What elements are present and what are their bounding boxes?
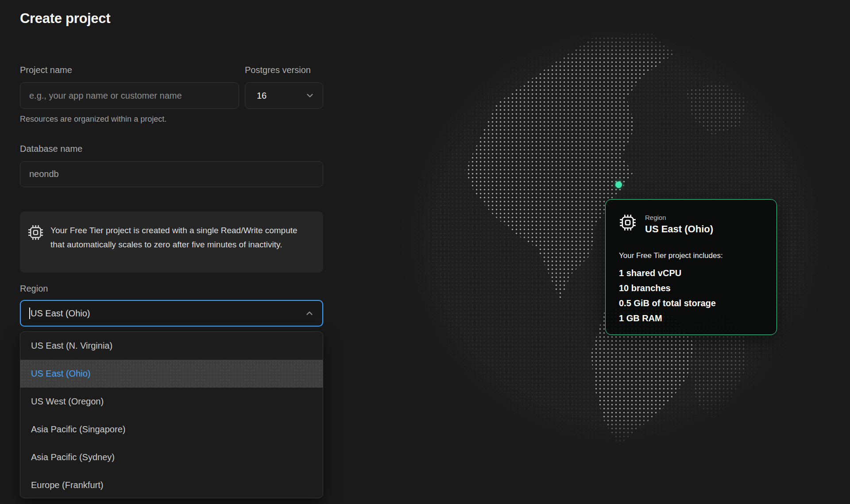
chevron-down-icon <box>305 91 315 100</box>
region-option-label: US West (Oregon) <box>31 396 104 407</box>
tooltip-include-text: 10 branches <box>619 283 671 293</box>
region-location-marker[interactable] <box>615 181 622 188</box>
region-tooltip-card: Region US East (Ohio) Your Free Tier pro… <box>605 199 777 335</box>
region-option[interactable]: US East (Ohio) <box>20 360 323 388</box>
database-name-input[interactable] <box>20 161 323 187</box>
postgres-version-value: 16 <box>257 91 267 101</box>
region-option-label: Europe (Frankfurt) <box>31 480 103 490</box>
tooltip-include-item: 1 GB RAM <box>619 311 764 326</box>
postgres-version-label: Postgres version <box>245 65 311 75</box>
project-name-helper: Resources are organized within a project… <box>20 115 166 124</box>
region-combobox[interactable]: US East (Ohio) <box>20 300 323 327</box>
tooltip-include-item: 1 shared vCPU <box>619 265 764 281</box>
tooltip-include-text: 1 shared vCPU <box>619 268 681 278</box>
region-option[interactable]: US East (N. Virginia) <box>20 332 323 360</box>
database-name-label: Database name <box>20 144 82 154</box>
region-option[interactable]: Asia Pacific (Singapore) <box>20 416 323 443</box>
region-option[interactable]: US West (Oregon) <box>20 388 323 416</box>
project-name-input[interactable] <box>20 82 239 109</box>
cpu-chip-icon <box>619 214 637 231</box>
tooltip-region-name: US East (Ohio) <box>645 223 713 235</box>
tooltip-includes-title: Your Free Tier project includes: <box>619 251 764 260</box>
region-option-label: Asia Pacific (Singapore) <box>31 424 125 435</box>
region-option[interactable]: Europe (Frankfurt) <box>20 471 323 498</box>
tooltip-include-item: 0.5 GiB of total storage <box>619 296 764 311</box>
tooltip-includes-list: 1 shared vCPU 10 branches 0.5 GiB of tot… <box>619 265 764 326</box>
chevron-up-icon[interactable] <box>305 308 314 318</box>
cpu-chip-icon <box>27 224 44 273</box>
region-dropdown-list: US East (N. Virginia) US East (Ohio) US … <box>20 331 323 498</box>
tooltip-include-text: 1 GB RAM <box>619 313 662 323</box>
postgres-version-select[interactable]: 16 <box>245 82 323 109</box>
free-tier-notice-text: Your Free Tier project is created with a… <box>50 223 298 273</box>
text-caret <box>29 308 30 319</box>
region-combobox-value: US East (Ohio) <box>31 308 305 319</box>
tooltip-include-text: 0.5 GiB of total storage <box>619 298 716 308</box>
page-title: Create project <box>20 11 110 27</box>
region-option-label: US East (N. Virginia) <box>31 341 112 351</box>
region-option[interactable]: Asia Pacific (Sydney) <box>20 443 323 471</box>
tooltip-region-label: Region <box>645 214 713 221</box>
region-option-label: Asia Pacific (Sydney) <box>31 452 115 462</box>
free-tier-notice: Your Free Tier project is created with a… <box>20 212 323 273</box>
region-option-label: US East (Ohio) <box>31 369 90 379</box>
tooltip-include-item: 10 branches <box>619 281 764 296</box>
project-name-label: Project name <box>20 65 72 75</box>
region-label: Region <box>20 284 48 294</box>
